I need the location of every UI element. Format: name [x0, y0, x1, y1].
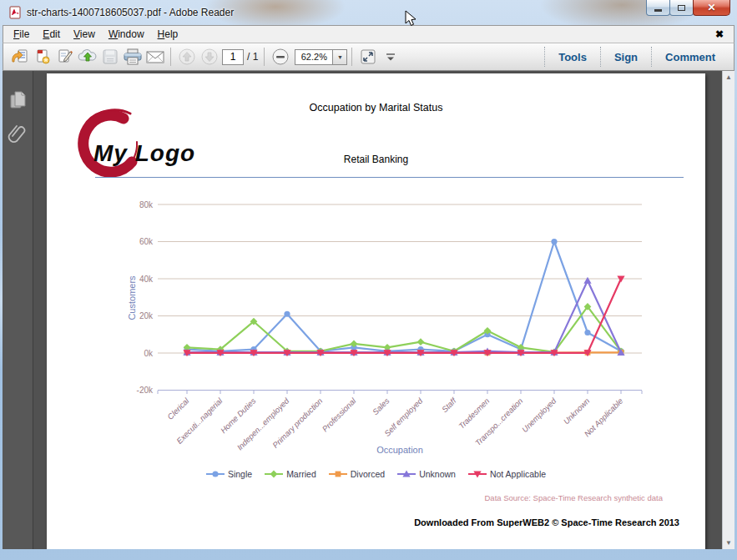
cloud-upload-icon[interactable]	[76, 46, 98, 68]
chart-subtitle: Retail Banking	[47, 154, 705, 165]
x-category-label: Sales	[371, 396, 391, 416]
menu-file[interactable]: File	[7, 27, 36, 42]
document-pane: Occupation by Marital Status My Logo Ret…	[3, 71, 734, 549]
zoom-out-icon[interactable]	[269, 46, 291, 68]
next-page-icon[interactable]	[198, 46, 220, 68]
zoom-dropdown-button[interactable]: ▼	[333, 49, 347, 65]
x-category-label: Unknown	[562, 396, 592, 426]
toolbar: / 1 62.2% ▼ Tools	[3, 43, 734, 71]
toolbar-overflow-icon[interactable]	[379, 46, 401, 68]
legend-label: Married	[286, 469, 316, 479]
legend-marker-icon	[468, 470, 487, 478]
page-thumbnails-icon[interactable]	[8, 89, 28, 111]
menu-window[interactable]: Window	[102, 27, 151, 42]
download-footer: Downloaded From SuperWEB2 © Space-Time R…	[414, 517, 679, 527]
y-tick-label: 0k	[144, 349, 154, 358]
pdf-page[interactable]: Occupation by Marital Status My Logo Ret…	[47, 73, 705, 549]
chevron-down-icon: ▼	[337, 54, 343, 60]
fit-window-icon[interactable]	[356, 46, 379, 68]
legend-label: Not Applicable	[490, 469, 546, 479]
legend-marker-icon	[265, 470, 283, 478]
sign-document-icon[interactable]	[53, 46, 76, 68]
sign-button[interactable]: Sign	[601, 51, 651, 63]
close-button[interactable]: ✕	[693, 0, 730, 16]
toolbar-separator	[351, 48, 352, 66]
x-category-label: Unemployed	[520, 396, 558, 434]
save-icon[interactable]	[98, 46, 121, 68]
legend-marker-icon	[206, 470, 225, 478]
y-tick-label: -20k	[137, 386, 154, 395]
legend-item[interactable]: Married	[265, 469, 316, 479]
y-tick-label: 60k	[139, 237, 154, 246]
close-icon: ✕	[707, 2, 715, 13]
scroll-down-icon[interactable]: ▼	[723, 539, 734, 547]
legend-item[interactable]: Not Applicable	[468, 469, 546, 479]
previous-page-icon[interactable]	[175, 46, 198, 68]
tools-button[interactable]: Tools	[545, 51, 600, 63]
legend-item[interactable]: Single	[206, 469, 252, 479]
toolbar-separator	[264, 48, 265, 66]
series-line-unknown	[187, 280, 621, 352]
navigation-pane	[3, 71, 33, 549]
scroll-up-icon[interactable]: ▲	[723, 73, 734, 81]
document-view[interactable]: Occupation by Marital Status My Logo Ret…	[33, 71, 722, 549]
y-tick-label: 40k	[139, 275, 154, 284]
y-tick-label: 20k	[139, 311, 154, 320]
company-logo: My Logo	[72, 108, 222, 179]
legend-item[interactable]: Divorced	[329, 469, 385, 479]
x-category-label: Tradesmen	[457, 396, 491, 431]
data-source-note: Data Source: Space-Time Research synthet…	[485, 493, 664, 502]
line-chart: 80k60k40k20k0k-20kClericalExecuti...nage…	[47, 182, 705, 466]
y-axis-title: Customers	[127, 275, 137, 320]
legend-label: Single	[228, 469, 252, 479]
page-count-label: / 1	[247, 51, 258, 63]
mouse-cursor	[405, 10, 418, 28]
minimize-button[interactable]	[646, 0, 670, 16]
x-category-label: Staff	[440, 396, 459, 415]
toolbar-separator	[170, 48, 171, 66]
window-title: str-charts-1400718605037.pdf - Adobe Rea…	[27, 7, 234, 18]
maximize-button[interactable]	[669, 0, 694, 16]
series-line-married	[187, 306, 621, 352]
legend-label: Divorced	[351, 469, 385, 479]
menu-edit[interactable]: Edit	[36, 27, 67, 42]
menu-bar: File Edit View Window Help ✖	[3, 25, 734, 43]
y-tick-label: 80k	[139, 200, 154, 209]
menu-help[interactable]: Help	[151, 27, 185, 42]
series-line-single	[187, 242, 621, 351]
legend-marker-icon	[397, 470, 416, 478]
legend-marker-icon	[329, 470, 347, 478]
email-icon[interactable]	[144, 46, 166, 68]
pdf-file-icon	[8, 6, 22, 19]
chart-legend: SingleMarriedDivorcedUnknownNot Applicab…	[47, 469, 705, 479]
comment-button[interactable]: Comment	[652, 51, 729, 63]
adobe-reader-window: str-charts-1400718605037.pdf - Adobe Rea…	[0, 0, 737, 560]
open-icon[interactable]	[8, 46, 31, 68]
legend-label: Unknown	[419, 469, 456, 479]
maximize-icon	[678, 5, 685, 11]
x-category-label: Clerical	[165, 396, 191, 421]
x-axis-title: Occupation	[376, 445, 423, 455]
zoom-level-input[interactable]: 62.2%	[295, 49, 333, 65]
title-bar[interactable]: str-charts-1400718605037.pdf - Adobe Rea…	[0, 0, 737, 25]
close-document-icon[interactable]: ✖	[715, 28, 730, 40]
x-category-label: Professional	[321, 396, 358, 433]
page-number-input[interactable]	[222, 49, 244, 65]
legend-item[interactable]: Unknown	[397, 469, 456, 479]
print-icon[interactable]	[121, 46, 144, 68]
create-pdf-icon[interactable]	[31, 46, 53, 68]
menu-view[interactable]: View	[67, 27, 102, 42]
vertical-scrollbar[interactable]: ▲ ▼	[722, 71, 734, 549]
header-divider	[95, 177, 684, 178]
attachments-paperclip-icon[interactable]	[8, 123, 28, 144]
